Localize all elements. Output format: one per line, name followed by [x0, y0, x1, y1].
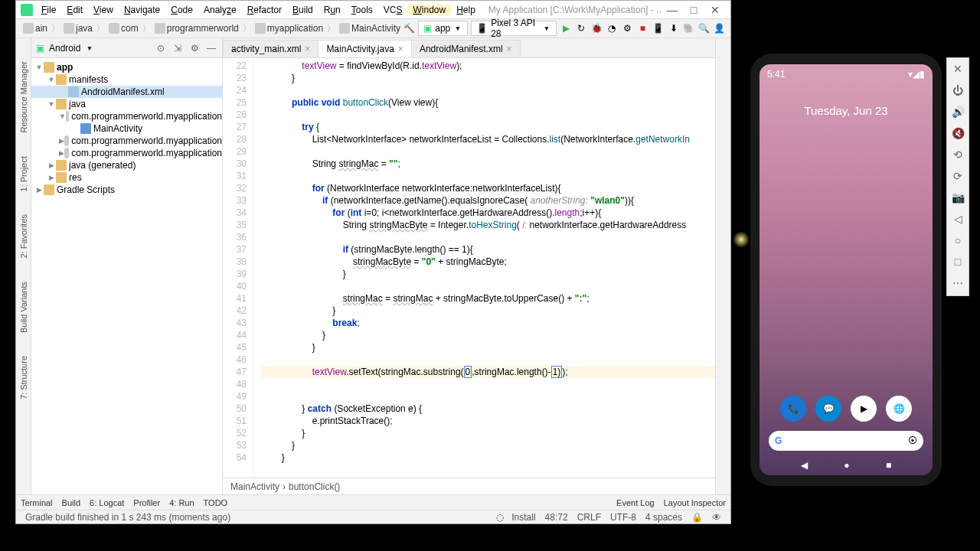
menu-edit[interactable]: Edit: [61, 5, 88, 15]
menu-help[interactable]: Help: [451, 5, 481, 15]
minimize-button[interactable]: —: [662, 4, 683, 16]
tree-node-res[interactable]: ▶res: [31, 171, 222, 184]
tool-tab-event-log[interactable]: Event Log: [616, 498, 655, 507]
menu-refactor[interactable]: Refactor: [242, 5, 287, 15]
sync-icon[interactable]: 🐘: [683, 21, 695, 35]
apply-changes-icon[interactable]: ↻: [575, 21, 587, 35]
hammer-icon[interactable]: 🔨: [403, 21, 415, 35]
tool-tab-todo[interactable]: TODO: [204, 498, 228, 507]
tree-node-app[interactable]: ▼app: [31, 61, 222, 73]
sdk-manager-icon[interactable]: ⬇: [668, 21, 680, 35]
crumb-com[interactable]: com: [106, 23, 141, 34]
emu-btn[interactable]: ⟲: [951, 148, 965, 162]
editor-tab-AndroidManifest-xml[interactable]: AndroidManifest.xml×: [411, 40, 521, 57]
rail-resource-manager[interactable]: Resource Manager: [19, 61, 28, 133]
home-button[interactable]: ●: [844, 460, 849, 471]
menu-build[interactable]: Build: [287, 5, 318, 15]
menu-code[interactable]: Code: [165, 5, 198, 15]
phone-screen[interactable]: 5:41 ▾◢▮ Tuesday, Jun 23 📞 💬 ▶ 🌐 G ⦿ ◀ ●…: [760, 64, 933, 475]
menu-window[interactable]: Window: [407, 5, 451, 15]
rail-build-variants[interactable]: Build Variants: [19, 282, 28, 333]
emu-btn[interactable]: ◁: [951, 213, 965, 227]
code-content[interactable]: textView = findViewById(R.id.textView); …: [253, 58, 715, 478]
collapse-icon[interactable]: ⇲: [172, 43, 184, 54]
tree-node-package[interactable]: ▼com.programmerworld.myapplication: [31, 110, 222, 122]
tree-node-java[interactable]: ▼java: [31, 98, 222, 110]
crumb-class[interactable]: MainActivity: [230, 481, 279, 492]
crumb-java[interactable]: java: [61, 23, 95, 34]
close-icon[interactable]: ×: [398, 44, 403, 54]
crumb-MainActivity[interactable]: MainActivity: [337, 23, 403, 34]
maximize-button[interactable]: □: [683, 4, 704, 16]
editor-tab-activity_main-xml[interactable]: activity_main.xml×: [223, 40, 318, 57]
tree-node-package[interactable]: ▶com.programmerworld.myapplication: [31, 147, 222, 159]
gear-icon[interactable]: ⚙: [188, 43, 201, 54]
menu-tools[interactable]: Tools: [346, 5, 378, 15]
emu-btn[interactable]: ⟳: [951, 170, 965, 184]
status-indent[interactable]: 4 spaces: [641, 512, 687, 523]
locate-icon[interactable]: ⊙: [155, 43, 167, 54]
rail-project[interactable]: 1: Project: [19, 156, 28, 191]
inspector-icon[interactable]: 👁: [707, 512, 726, 523]
phone-search-bar[interactable]: G ⦿: [769, 431, 923, 451]
project-tree[interactable]: ▼app ▼manifests AndroidManifest.xml ▼jav…: [31, 58, 222, 494]
menu-run[interactable]: Run: [318, 5, 346, 15]
crumb-programmerworld[interactable]: programmerworld: [152, 23, 241, 34]
tool-tab-layout-inspector[interactable]: Layout Inspector: [664, 498, 726, 507]
crumb-myapplication[interactable]: myapplication: [253, 23, 325, 34]
attach-debugger-icon[interactable]: ⚙: [621, 21, 633, 35]
search-icon[interactable]: 🔍: [698, 21, 710, 35]
project-view-selector[interactable]: Android: [49, 43, 80, 54]
tool-tab----run[interactable]: 4: Run: [169, 498, 194, 507]
close-icon[interactable]: ×: [305, 44, 310, 54]
avd-manager-icon[interactable]: 📱: [652, 21, 665, 35]
tool-tab-build[interactable]: Build: [62, 498, 80, 507]
dock-play-icon[interactable]: ▶: [851, 396, 877, 422]
tree-node-package[interactable]: ▶com.programmerworld.myapplication: [31, 135, 222, 147]
tool-tab-terminal[interactable]: Terminal: [21, 498, 53, 507]
editor-tab-MainActivity-java[interactable]: MainActivity.java×: [318, 40, 412, 57]
crumb-method[interactable]: buttonClick(): [289, 481, 340, 492]
tree-node-manifests[interactable]: ▼manifests: [31, 73, 222, 86]
emu-btn[interactable]: 🔇: [951, 127, 965, 141]
emu-btn[interactable]: 🔊: [951, 106, 965, 119]
menu-view[interactable]: View: [88, 5, 119, 15]
status-position[interactable]: 48:72: [541, 512, 573, 523]
menu-vcs[interactable]: VCS: [378, 5, 408, 15]
stop-button[interactable]: ■: [636, 21, 648, 35]
code-editor[interactable]: 2223242526272829303132333435363738394041…: [223, 58, 715, 478]
emu-btn[interactable]: ○: [951, 234, 965, 248]
menu-navigate[interactable]: Navigate: [119, 5, 165, 15]
dock-chrome-icon[interactable]: 🌐: [886, 396, 912, 422]
emu-btn[interactable]: ⋯: [951, 277, 965, 291]
dock-phone-icon[interactable]: 📞: [780, 396, 806, 422]
tree-node-main-activity[interactable]: MainActivity: [31, 122, 222, 135]
rail-structure[interactable]: 7: Structure: [19, 356, 28, 399]
lock-icon[interactable]: 🔒: [687, 512, 707, 523]
close-icon[interactable]: ×: [507, 44, 512, 54]
emu-btn[interactable]: □: [951, 256, 965, 269]
emu-btn[interactable]: ✕: [951, 63, 965, 77]
tool-tab-profiler[interactable]: Profiler: [133, 498, 160, 507]
menu-file[interactable]: File: [36, 5, 61, 15]
debug-icon[interactable]: 🐞: [590, 21, 603, 35]
emu-btn[interactable]: ⏻: [951, 84, 965, 98]
tree-node-gradle[interactable]: ▶Gradle Scripts: [31, 184, 222, 196]
run-config-device[interactable]: 📱 Pixel 3 API 28 ▼: [471, 21, 557, 36]
menu-analyze[interactable]: Analyze: [198, 5, 242, 15]
rail-favorites[interactable]: 2: Favorites: [19, 214, 28, 258]
run-config-app[interactable]: ▣ app ▼: [418, 21, 468, 36]
tree-node-android-manifest[interactable]: AndroidManifest.xml: [31, 86, 222, 98]
recents-button[interactable]: ■: [886, 460, 891, 471]
tool-tab----logcat[interactable]: 6: Logcat: [90, 498, 124, 507]
crumb-ain[interactable]: ain: [21, 23, 50, 34]
assistant-icon[interactable]: ⦿: [908, 435, 917, 446]
profile-icon[interactable]: 👤: [714, 21, 726, 35]
status-encoding[interactable]: UTF-8: [606, 512, 641, 523]
emu-btn[interactable]: 📷: [951, 191, 965, 205]
run-button[interactable]: ▶: [560, 21, 572, 35]
tree-node-java-gen[interactable]: ▶java (generated): [31, 159, 222, 171]
back-button[interactable]: ◀: [801, 460, 808, 471]
status-eol[interactable]: CRLF: [573, 512, 606, 523]
close-button[interactable]: ✕: [704, 4, 726, 16]
